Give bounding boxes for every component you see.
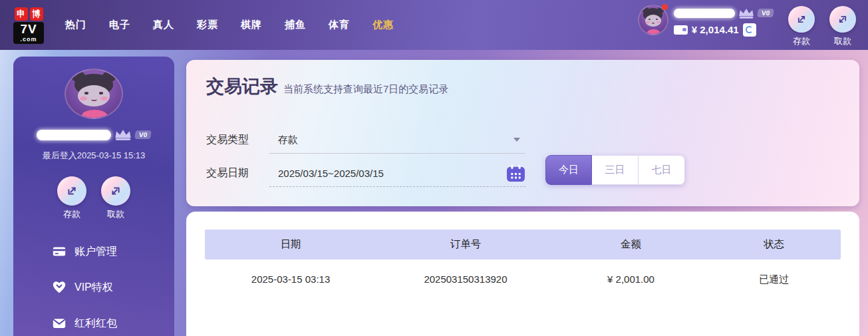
main-menu: 热门 电子 真人 彩票 棋牌 捕鱼 体育 优惠	[65, 19, 394, 31]
sidebar-username-blurred	[37, 130, 111, 140]
logo-name: 7V	[13, 23, 44, 36]
cell-order-no: 202503150313920	[376, 273, 555, 286]
sidebar-deposit-label: 存款	[63, 208, 80, 220]
sidebar-quick-actions: 存款 取款	[57, 176, 130, 220]
sidebar-withdraw-button[interactable]: 取款	[101, 176, 130, 220]
logo-block: 7V .com	[13, 22, 44, 44]
cell-date: 2025-03-15 03:13	[205, 273, 376, 286]
header-status: 状态	[707, 238, 841, 252]
deposit-icon	[788, 6, 815, 33]
withdraw-label: 取款	[834, 35, 851, 47]
logo-badge-bo: 博	[30, 7, 43, 21]
transaction-type-label: 交易类型	[206, 133, 249, 147]
header-amount: 金额	[555, 238, 707, 252]
table-row: 2025-03-15 03:13 202503150313920 ¥ 2,001…	[205, 259, 841, 286]
balance-amount: ¥ 2,014.41	[692, 24, 739, 35]
sidebar-deposit-icon	[57, 176, 86, 206]
site-logo[interactable]: 申 博 7V .com	[13, 7, 44, 44]
transaction-type-value: 存款	[269, 134, 298, 146]
table-header-row: 日期 订单号 金额 状态	[205, 230, 841, 259]
last-login-text: 最后登入2025-03-15 15:13	[43, 150, 146, 162]
sidebar-item-bonus-redpacket[interactable]: 红利红包	[13, 311, 174, 336]
envelope-icon	[52, 316, 67, 331]
deposit-button[interactable]: 存款	[788, 6, 815, 47]
page: 申 博 7V .com 热门 电子 真人 彩票 棋牌 捕鱼 体育 优惠	[0, 0, 868, 336]
nav-item-fishing[interactable]: 捕鱼	[285, 19, 306, 31]
notification-dot	[662, 4, 668, 10]
user-avatar[interactable]	[638, 5, 668, 35]
sidebar-withdraw-label: 取款	[107, 208, 124, 220]
chevron-down-icon	[513, 138, 520, 142]
user-cluster: V0 ¥ 2,014.41 存款	[638, 3, 856, 47]
logo-badges: 申 博	[15, 7, 43, 21]
deposit-label: 存款	[793, 35, 810, 47]
transaction-filter-panel: 交易记录 当前系统支持查询最近7日的交易记录 交易类型 存款 交易日期 2025…	[186, 60, 859, 206]
username-row: V0	[674, 7, 774, 19]
transaction-type-select[interactable]: 存款	[269, 126, 525, 154]
sidebar-deposit-button[interactable]: 存款	[57, 176, 86, 220]
nav-item-chess[interactable]: 棋牌	[241, 19, 262, 31]
balance-row: ¥ 2,014.41	[674, 23, 774, 37]
refresh-balance-icon[interactable]	[743, 23, 756, 37]
crown-icon	[738, 7, 755, 19]
sidebar-crown-icon	[114, 128, 132, 141]
sidebar-menu: 账户管理 VIP特权 红利红包	[13, 239, 174, 336]
vip-heart-icon	[52, 280, 67, 295]
page-subtitle: 当前系统支持查询最近7日的交易记录	[283, 83, 448, 96]
nav-item-lottery[interactable]: 彩票	[197, 19, 218, 31]
nav-item-slots[interactable]: 电子	[109, 19, 130, 31]
header-order-no: 订单号	[376, 238, 555, 252]
transaction-date-input[interactable]: 2025/03/15~2025/03/15	[269, 160, 525, 187]
page-title: 交易记录	[206, 75, 278, 98]
range-button-seven-days[interactable]: 七日	[639, 155, 685, 185]
nav-item-hot[interactable]: 热门	[65, 19, 86, 31]
username-blurred	[674, 9, 735, 18]
logo-tld: .com	[13, 36, 44, 43]
header-date: 日期	[205, 238, 376, 252]
transaction-date-label: 交易日期	[206, 166, 249, 180]
cell-amount: ¥ 2,001.00	[555, 273, 707, 286]
wallet-icon	[674, 25, 688, 35]
transaction-date-value: 2025/03/15~2025/03/15	[269, 168, 384, 179]
top-navigation: 申 博 7V .com 热门 电子 真人 彩票 棋牌 捕鱼 体育 优惠	[0, 0, 868, 50]
sidebar-vip-badge: V0	[134, 130, 152, 139]
logo-badge-shen: 申	[15, 7, 28, 21]
calendar-picker-button[interactable]	[506, 164, 525, 182]
title-row: 交易记录 当前系统支持查询最近7日的交易记录	[206, 75, 448, 98]
sidebar-username-row: V0	[37, 128, 151, 141]
sidebar-item-vip-privileges[interactable]: VIP特权	[13, 275, 174, 300]
vip-level-badge: V0	[757, 9, 774, 17]
sidebar-withdraw-icon	[101, 176, 130, 206]
nav-item-live[interactable]: 真人	[153, 19, 174, 31]
sidebar-item-label: 账户管理	[74, 245, 117, 259]
nav-item-promotions[interactable]: 优惠	[372, 19, 394, 31]
bank-card-icon	[52, 244, 67, 259]
sidebar-avatar	[65, 69, 123, 119]
nav-item-sports[interactable]: 体育	[329, 19, 350, 31]
sidebar-item-label: 红利红包	[74, 317, 117, 331]
withdraw-icon	[829, 6, 856, 33]
range-button-today[interactable]: 今日	[545, 155, 592, 185]
cell-status: 已通过	[707, 273, 841, 286]
withdraw-button[interactable]: 取款	[829, 6, 856, 47]
calendar-icon	[506, 164, 525, 182]
date-range-button-group: 今日 三日 七日	[545, 155, 685, 185]
user-info: V0 ¥ 2,014.41	[674, 7, 774, 37]
transaction-table-panel: 日期 订单号 金额 状态 2025-03-15 03:13 2025031503…	[186, 212, 859, 336]
sidebar: V0 最后登入2025-03-15 15:13 存款	[13, 57, 174, 336]
range-button-three-days[interactable]: 三日	[592, 155, 639, 185]
sidebar-item-account-management[interactable]: 账户管理	[13, 239, 174, 264]
sidebar-item-label: VIP特权	[74, 281, 113, 295]
